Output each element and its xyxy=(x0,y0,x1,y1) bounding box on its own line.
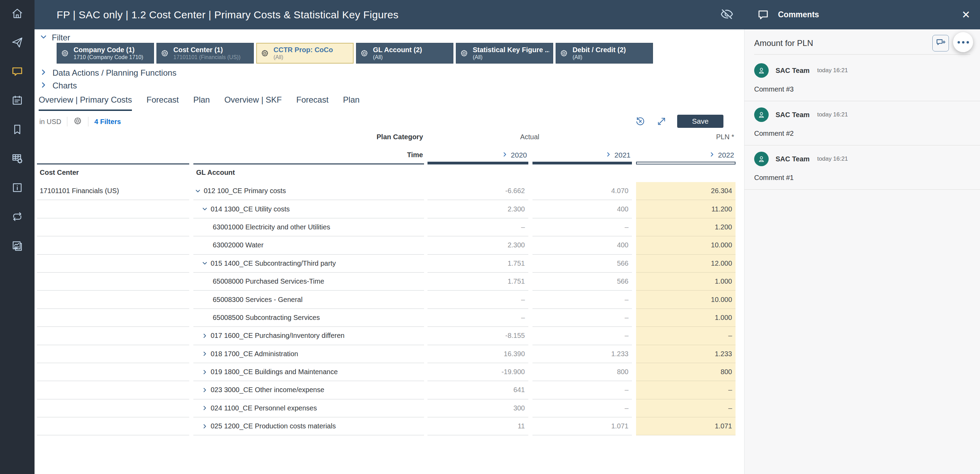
cost-center-cell[interactable] xyxy=(37,399,189,417)
add-comment-button[interactable] xyxy=(932,35,949,51)
gl-account-cell[interactable]: 023 3000_CE Other income/expense xyxy=(193,381,424,399)
value-cell[interactable]: 2.300 xyxy=(428,200,528,218)
value-cell[interactable]: 800 xyxy=(533,363,632,381)
revert-version-icon[interactable] xyxy=(634,115,646,127)
value-cell[interactable]: – xyxy=(636,327,735,345)
filter-chip-cost-center[interactable]: Cost Center (1)17101101 (Financials (US)… xyxy=(156,43,254,64)
filter-chip-debit-credit[interactable]: Debit / Credit (2)(All) xyxy=(555,43,653,64)
value-cell[interactable]: 566 xyxy=(533,273,632,290)
tab-plan-1[interactable]: Plan xyxy=(193,95,210,111)
value-cell[interactable]: 12.000 xyxy=(636,255,735,273)
filter-chip-statistical-key-figure[interactable]: Statistical Key Figure ...(All) xyxy=(456,43,553,64)
filter-chip-gl-account[interactable]: GL Account (2)(All) xyxy=(356,43,453,64)
sidebar-item-agenda[interactable] xyxy=(10,93,25,109)
chevron-down-icon[interactable] xyxy=(195,188,200,194)
filter-chip-company-code[interactable]: Company Code (1)1710 (Company Code 1710) xyxy=(57,43,154,64)
cost-center-cell[interactable] xyxy=(37,255,189,273)
value-cell[interactable]: – xyxy=(533,290,632,308)
close-icon[interactable]: ✕ xyxy=(962,10,970,20)
column-drill-bar-2020[interactable] xyxy=(428,162,528,164)
more-actions-button[interactable] xyxy=(953,32,973,52)
value-cell[interactable]: 1.071 xyxy=(636,417,735,435)
cost-center-cell[interactable] xyxy=(37,290,189,308)
tab-forecast-1[interactable]: Forecast xyxy=(146,95,178,111)
value-cell[interactable]: 10.000 xyxy=(636,236,735,254)
gl-account-cell[interactable]: 018 1700_CE Administration xyxy=(193,345,424,363)
value-cell[interactable]: 1.200 xyxy=(636,218,735,236)
value-cell[interactable]: 2.300 xyxy=(428,236,528,254)
value-cell[interactable]: – xyxy=(533,218,632,236)
chevron-right-icon[interactable] xyxy=(202,351,208,357)
value-cell[interactable]: 1.071 xyxy=(533,417,632,435)
chevron-right-icon[interactable] xyxy=(202,423,208,429)
column-drill-bar-2021[interactable] xyxy=(533,162,632,164)
value-cell[interactable]: – xyxy=(533,381,632,399)
sidebar-item-send[interactable] xyxy=(10,35,25,51)
value-cell[interactable]: 1.233 xyxy=(533,345,632,363)
gl-account-cell[interactable]: 014 1300_CE Utility costs xyxy=(193,200,424,218)
section-data-actions[interactable]: Data Actions / Planning Functions xyxy=(40,68,177,78)
value-cell[interactable]: 400 xyxy=(533,236,632,254)
gl-account-cell[interactable]: 63002000 Water xyxy=(193,236,424,254)
value-cell[interactable]: 641 xyxy=(428,381,528,399)
cost-center-cell[interactable] xyxy=(37,363,189,381)
value-cell[interactable]: 4.070 xyxy=(533,182,632,200)
gl-account-cell[interactable]: 019 1800_CE Buildings and Maintenance xyxy=(193,363,424,381)
value-cell[interactable]: – xyxy=(636,399,735,417)
cost-center-cell[interactable] xyxy=(37,236,189,254)
chevron-right-icon[interactable] xyxy=(202,369,208,375)
chevron-right-icon[interactable] xyxy=(202,333,208,338)
value-cell[interactable]: – xyxy=(533,327,632,345)
value-cell[interactable]: 400 xyxy=(533,200,632,218)
value-cell[interactable]: 566 xyxy=(533,255,632,273)
column-drill-bar-2022[interactable] xyxy=(636,162,735,164)
value-cell[interactable]: – xyxy=(428,218,528,236)
value-cell[interactable]: – xyxy=(636,381,735,399)
cost-center-cell[interactable] xyxy=(37,273,189,290)
value-cell[interactable]: 1.000 xyxy=(636,309,735,327)
value-cell[interactable]: – xyxy=(533,399,632,417)
cost-center-cell[interactable]: 17101101 Financials (US) xyxy=(37,182,189,200)
cost-center-cell[interactable] xyxy=(37,345,189,363)
chevron-right-icon[interactable] xyxy=(202,387,208,393)
sidebar-item-report[interactable] xyxy=(10,238,25,254)
year-column-header-2022[interactable]: 2022 xyxy=(636,151,735,159)
gl-account-cell[interactable]: 65008500 Subcontracting Services xyxy=(193,309,424,327)
cost-center-cell[interactable] xyxy=(37,417,189,435)
chevron-down-icon[interactable] xyxy=(202,206,208,212)
tab-overview-skf[interactable]: Overview | SKF xyxy=(224,95,282,111)
gl-account-cell[interactable]: 65008300 Services - General xyxy=(193,290,424,308)
value-cell[interactable]: 10.000 xyxy=(636,290,735,308)
value-cell[interactable]: -6.662 xyxy=(428,182,528,200)
value-cell[interactable]: 1.751 xyxy=(428,273,528,290)
save-button[interactable]: Save xyxy=(677,115,724,128)
cost-center-cell[interactable] xyxy=(37,200,189,218)
dimension-settings-icon[interactable] xyxy=(73,117,82,127)
chevron-right-icon[interactable] xyxy=(202,405,208,411)
gl-account-cell[interactable]: 63001000 Electricity and other Utilities xyxy=(193,218,424,236)
sidebar-item-home[interactable] xyxy=(10,6,25,22)
cost-center-cell[interactable] xyxy=(37,327,189,345)
sidebar-item-comments[interactable] xyxy=(10,64,25,80)
gl-account-cell[interactable]: 017 1600_CE Purchasing/Inventory differe… xyxy=(193,327,424,345)
section-charts[interactable]: Charts xyxy=(40,81,77,91)
value-cell[interactable]: 1.233 xyxy=(636,345,735,363)
value-cell[interactable]: – xyxy=(428,309,528,327)
sidebar-item-bookmark[interactable] xyxy=(10,122,25,138)
tab-overview-primary-costs[interactable]: Overview | Primary Costs xyxy=(39,95,132,111)
publish-version-icon[interactable] xyxy=(656,115,668,127)
cost-center-cell[interactable] xyxy=(37,309,189,327)
value-cell[interactable]: 16.390 xyxy=(428,345,528,363)
value-cell[interactable]: – xyxy=(533,309,632,327)
chevron-down-icon[interactable] xyxy=(202,260,208,267)
cost-center-cell[interactable] xyxy=(37,218,189,236)
gl-account-cell[interactable]: 012 100_CE Primary costs xyxy=(193,182,424,200)
tab-plan-2[interactable]: Plan xyxy=(343,95,360,111)
value-cell[interactable]: 11.200 xyxy=(636,200,735,218)
gl-account-cell[interactable]: 65008000 Purchased Services-Time xyxy=(193,273,424,290)
value-cell[interactable]: 11 xyxy=(428,417,528,435)
hide-view-button[interactable] xyxy=(719,7,735,23)
filters-link[interactable]: 4 Filters xyxy=(94,118,121,126)
gl-account-cell[interactable]: 015 1400_CE Subcontracting/Third party xyxy=(193,255,424,273)
value-cell[interactable]: 1.751 xyxy=(428,255,528,273)
